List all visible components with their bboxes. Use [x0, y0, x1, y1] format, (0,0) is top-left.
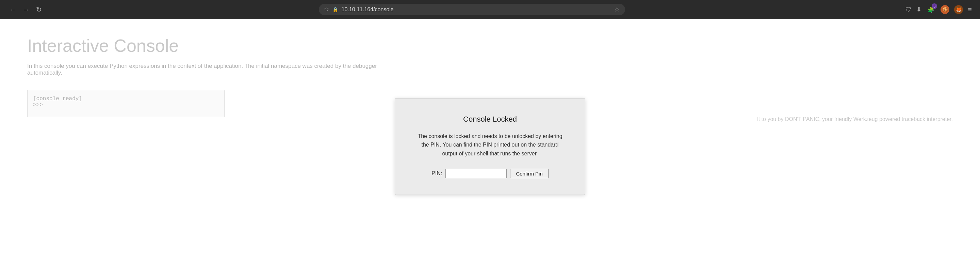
browser-chrome: ← → ↻ 🛡 🔒 10.10.11.164/console ☆ 🛡 ⬇ 🧩 5…: [0, 0, 980, 19]
reload-icon: ↻: [36, 5, 42, 14]
forward-icon: →: [22, 6, 29, 14]
cookie-icon: 🍪: [942, 7, 948, 12]
shield-icon[interactable]: 🛡: [905, 6, 912, 13]
browser-menu-icon[interactable]: ≡: [968, 6, 972, 14]
page-description: In this console you can execute Python e…: [27, 63, 401, 76]
forward-button[interactable]: →: [21, 5, 30, 14]
modal-body: The console is locked and needs to be un…: [415, 132, 565, 158]
url-text: 10.10.11.164/console: [342, 6, 608, 13]
download-icon[interactable]: ⬇: [916, 6, 921, 13]
browser-actions: 🛡 ⬇ 🧩 5 🍪 🦊 ≡: [905, 5, 972, 14]
modal-overlay: Console Locked The console is locked and…: [0, 19, 980, 274]
extensions-button[interactable]: 🧩 5: [926, 5, 936, 14]
confirm-pin-button[interactable]: Confirm Pin: [510, 169, 548, 178]
address-bar[interactable]: 🛡 🔒 10.10.11.164/console ☆: [319, 4, 625, 15]
background-hint-text: lt to you by DON'T PANIC, your friendly …: [757, 116, 953, 122]
page-content: Interactive Console In this console you …: [0, 19, 980, 274]
fox-icon: 🦊: [956, 7, 962, 12]
back-icon: ←: [10, 6, 16, 14]
pin-row: PIN: Confirm Pin: [415, 169, 565, 178]
nav-buttons: ← → ↻: [8, 5, 43, 14]
modal-title: Console Locked: [415, 115, 565, 124]
badge-count: 5: [932, 3, 937, 9]
profile-avatar-1[interactable]: 🍪: [940, 5, 950, 14]
reload-button[interactable]: ↻: [34, 5, 43, 14]
lock-icon: 🔒: [332, 7, 338, 12]
console-prompt: >>>: [33, 102, 219, 108]
pin-label: PIN:: [431, 170, 442, 176]
console-ready-text: [console ready]: [33, 96, 219, 102]
profile-avatar-2[interactable]: 🦊: [954, 5, 963, 14]
pin-input[interactable]: [445, 169, 507, 178]
console-area: [console ready] >>>: [27, 90, 224, 117]
bookmark-icon[interactable]: ☆: [614, 6, 620, 13]
console-locked-modal: Console Locked The console is locked and…: [395, 98, 585, 195]
security-shield-icon: 🛡: [324, 7, 329, 12]
page-title: Interactive Console: [27, 35, 953, 56]
back-button[interactable]: ←: [8, 5, 18, 14]
